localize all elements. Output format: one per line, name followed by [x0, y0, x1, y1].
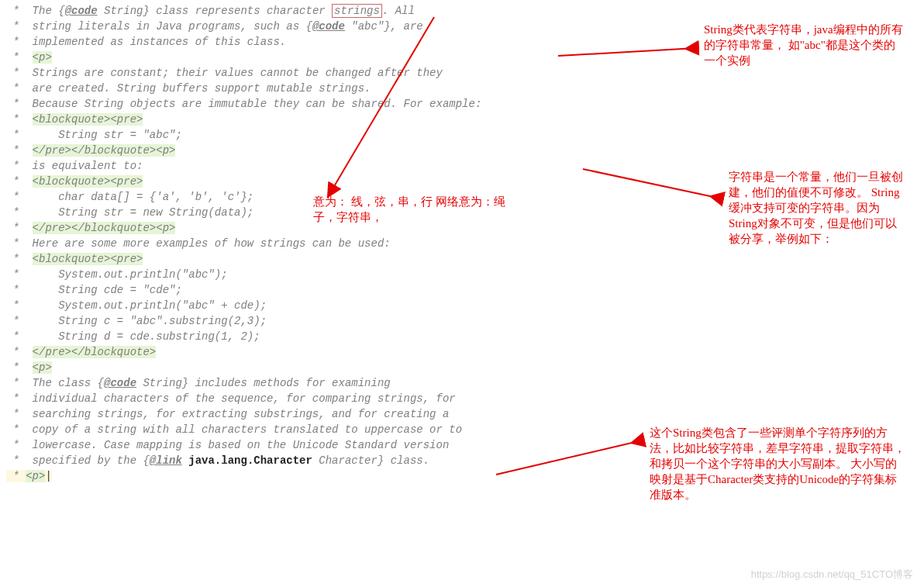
- annotation-3: 字符串是一个常量，他们一旦被创建，他们的值便不可修改。 String缓冲支持可变…: [729, 169, 907, 247]
- code-line: * String c = "abc".substring(2,3);: [6, 313, 918, 329]
- watermark: https://blog.csdn.net/qq_51CTO博客: [751, 567, 913, 582]
- code-line: * System.out.println("abc" + cde);: [6, 298, 918, 313]
- annotation-1: String类代表字符串，java编程中的所有的字符串常量， 如"abc"都是这…: [704, 22, 905, 68]
- code-line: * </pre></blockquote><p>: [6, 143, 918, 158]
- code-line: * String cde = "cde";: [6, 282, 918, 298]
- code-line: * The {@code String} class represents ch…: [6, 3, 918, 19]
- code-line: * <blockquote><pre>: [6, 112, 918, 127]
- code-line: * System.out.println("abc");: [6, 267, 918, 282]
- code-line: * String d = cde.substring(1, 2);: [6, 329, 918, 344]
- annotation-4: 这个String类包含了一些评测单个字符序列的方法，比如比较字符串，差早字符串，…: [650, 425, 905, 502]
- code-line: * <p>|: [6, 470, 52, 482]
- code-line: * String str = "abc";: [6, 127, 918, 143]
- annotation-2: 意为： 线，弦，串，行 网络意为：绳子，字符串，: [313, 194, 515, 225]
- code-line: * </pre></blockquote>: [6, 344, 918, 360]
- code-line: * Because String objects are immutable t…: [6, 96, 918, 112]
- code-line: * searching strings, for extracting subs…: [6, 406, 918, 422]
- code-line: * are created. String buffers support mu…: [6, 81, 918, 96]
- code-line: * individual characters of the sequence,…: [6, 391, 918, 406]
- code-line: * <blockquote><pre>: [6, 251, 918, 267]
- code-line: * The class {@code String} includes meth…: [6, 375, 918, 391]
- code-line: * <p>: [6, 360, 918, 375]
